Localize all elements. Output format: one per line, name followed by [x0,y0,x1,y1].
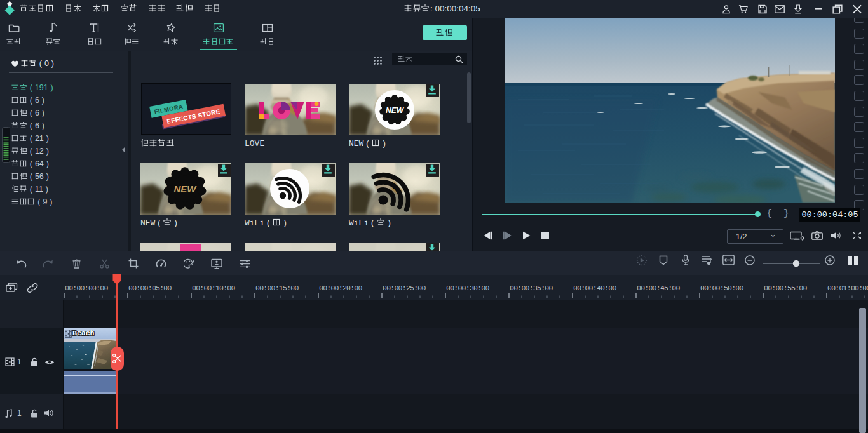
svg-text:NEW: NEW [174,183,198,194]
svg-text:NEW: NEW [386,106,405,115]
